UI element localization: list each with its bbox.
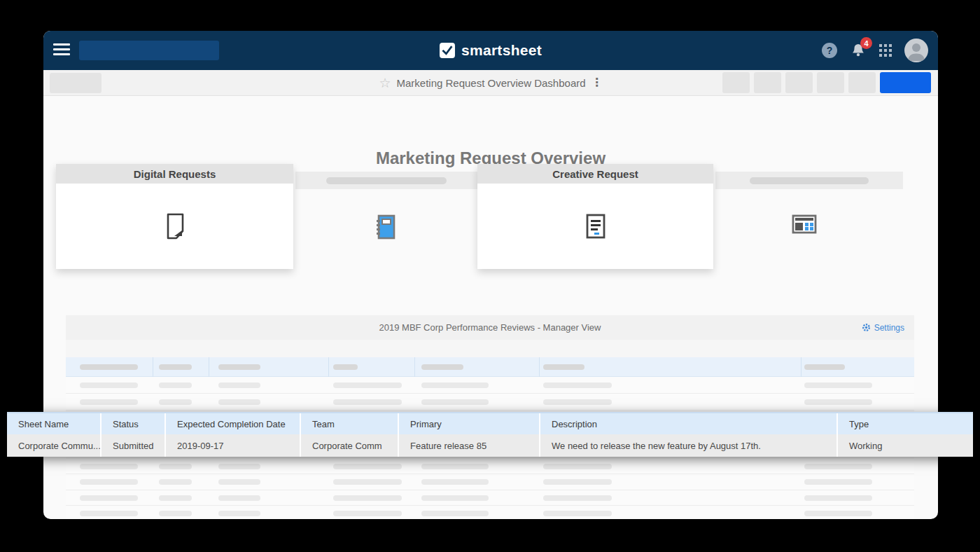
skeleton-pill (543, 495, 612, 501)
skeleton-pill (159, 399, 192, 405)
toolbar-actions (722, 72, 931, 93)
brand-name: smartsheet (461, 42, 542, 59)
dashboard-layout-icon (792, 214, 817, 234)
skeleton-pill (218, 382, 260, 388)
skeleton-pill (421, 479, 489, 485)
skeleton-pill (804, 479, 872, 485)
skeleton-header-cell (415, 357, 540, 377)
cell-primary[interactable]: Feature release 85 (399, 434, 540, 457)
app-launcher-icon[interactable] (879, 44, 892, 57)
avatar[interactable] (904, 39, 928, 62)
cell-team[interactable]: Corporate Comm (301, 434, 399, 457)
skeleton-pill (421, 382, 489, 388)
widget-placeholder-notebook[interactable] (372, 214, 400, 240)
skeleton-pill (804, 511, 872, 516)
report-titlebar: 2019 MBF Corp Performance Reviews - Mana… (66, 315, 914, 340)
notifications-button[interactable]: 4 (850, 42, 867, 59)
skeleton-header-cell (209, 357, 329, 377)
favorite-star-icon[interactable]: ☆ (379, 76, 391, 90)
widget-digital-requests[interactable]: Digital Requests (56, 164, 293, 269)
skeleton-pill (218, 495, 260, 501)
dashboard-title: Marketing Request Overview Dashboard (396, 77, 585, 89)
cell-sheet-name[interactable]: Corporate Commu... (7, 434, 102, 457)
skeleton-pill (80, 382, 138, 388)
widget-placeholder-header (715, 172, 903, 189)
column-header-description[interactable]: Description (540, 413, 838, 434)
toolbar-action-placeholder[interactable] (848, 72, 876, 93)
skeleton-pill (159, 382, 192, 388)
widget-creative-request[interactable]: Creative Request (477, 164, 713, 269)
skeleton-pill (159, 511, 192, 516)
skeleton-pill (421, 495, 489, 501)
skeleton-pill (80, 495, 138, 501)
smartsheet-logo: smartsheet (440, 31, 542, 70)
hamburger-menu-icon[interactable] (53, 43, 70, 58)
table-header-row: Sheet Name Status Expected Completion Da… (7, 412, 973, 434)
skeleton-pill (218, 479, 260, 485)
skeleton-pill (804, 364, 845, 370)
kebab-menu-icon[interactable]: ⋮ (592, 77, 603, 88)
toolbar-action-placeholder[interactable] (817, 72, 844, 93)
table-row (66, 474, 914, 490)
skeleton-pill (804, 382, 872, 388)
cell-type[interactable]: Working (838, 434, 973, 457)
report-title: 2019 MBF Corp Performance Reviews - Mana… (66, 315, 914, 340)
skeleton-pill (543, 399, 612, 405)
primary-action-button[interactable] (880, 72, 931, 93)
column-header-primary[interactable]: Primary (399, 413, 540, 434)
dashboard-toolbar: ☆ Marketing Request Overview Dashboard ⋮ (43, 70, 938, 96)
skeleton-pill (543, 511, 612, 516)
table-row (66, 394, 914, 410)
skeleton-header-cell (66, 357, 153, 377)
settings-label: Settings (874, 323, 904, 333)
search-input[interactable] (79, 41, 219, 60)
skeleton-pill (804, 399, 872, 405)
skeleton-pill (421, 399, 489, 405)
skeleton-pill (333, 511, 402, 516)
help-icon[interactable]: ? (822, 43, 837, 58)
cell-description[interactable]: We need to release the new feature by Au… (540, 434, 838, 457)
skeleton-pill (159, 495, 192, 501)
skeleton-pill (543, 364, 584, 370)
skeleton-pill (80, 479, 138, 485)
skeleton-pill (159, 479, 192, 485)
skeleton-table-header (66, 357, 914, 377)
notification-badge: 4 (860, 37, 872, 49)
toolbar-action-placeholder[interactable] (785, 72, 813, 93)
skeleton-pill (543, 382, 612, 388)
skeleton-pill (421, 511, 489, 516)
skeleton-header-cell (802, 357, 914, 377)
column-header-team[interactable]: Team (301, 413, 399, 434)
gear-icon (862, 323, 871, 332)
person-icon (904, 39, 928, 62)
skeleton-pill (333, 399, 402, 405)
cell-expected-completion-date[interactable]: 2019-09-17 (166, 434, 301, 457)
report-settings-button[interactable]: Settings (862, 315, 904, 340)
column-header-sheet-name[interactable]: Sheet Name (7, 413, 102, 434)
table-row[interactable]: Corporate Commu... Submitted 2019-09-17 … (7, 434, 973, 457)
widget-placeholder-dashboard[interactable] (790, 214, 818, 234)
smartsheet-check-icon (440, 43, 455, 58)
skeleton-pill (80, 464, 138, 469)
cell-status[interactable]: Submitted (102, 434, 166, 457)
skeleton-pill (804, 464, 872, 469)
skeleton-pill (333, 382, 402, 388)
skeleton-pill (159, 464, 192, 469)
top-navbar: smartsheet ? 4 (43, 31, 938, 70)
skeleton-pill (333, 364, 358, 370)
skeleton-pill (804, 495, 872, 501)
skeleton-pill (421, 364, 463, 370)
skeleton-pill (218, 511, 260, 516)
toolbar-action-placeholder[interactable] (722, 72, 750, 93)
table-row (66, 506, 914, 519)
skeleton-header-cell (540, 357, 802, 377)
column-header-expected-completion-date[interactable]: Expected Completion Date (166, 413, 301, 434)
column-header-type[interactable]: Type (838, 413, 973, 434)
widget-title: Digital Requests (56, 164, 293, 184)
toolbar-action-placeholder[interactable] (754, 72, 781, 93)
table-row (66, 377, 914, 394)
skeleton-header-cell (153, 357, 209, 377)
skeleton-pill (218, 464, 260, 469)
skeleton-pill (421, 464, 489, 469)
column-header-status[interactable]: Status (102, 413, 166, 434)
